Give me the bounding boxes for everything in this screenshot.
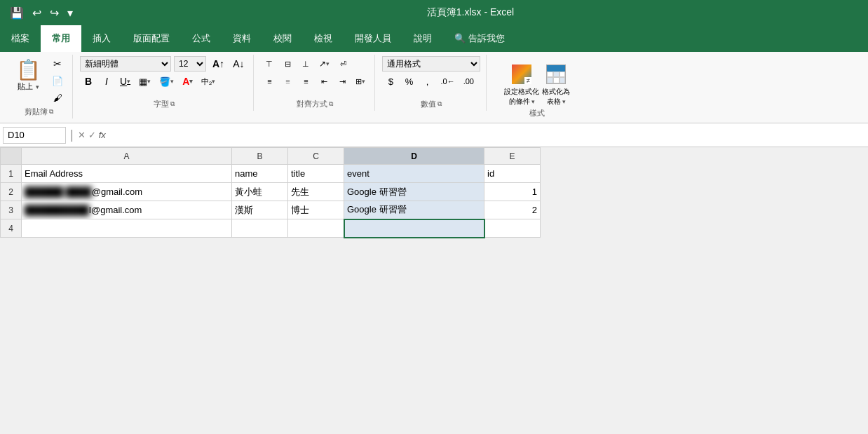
align-left-button[interactable]: ≡: [261, 74, 278, 89]
menu-item-insert[interactable]: 插入: [81, 25, 122, 52]
styles-label: 樣式: [529, 108, 545, 118]
format-as-table-button[interactable]: 格式化為表格 ▾: [542, 62, 570, 107]
cell-b1[interactable]: name: [232, 165, 288, 183]
menu-item-home[interactable]: 常用: [41, 25, 81, 52]
conditional-format-button[interactable]: ≠ 設定格式化的條件 ▾: [504, 62, 539, 107]
cell-a1[interactable]: Email Address: [22, 165, 232, 183]
ribbon-group-font: 新細明體 12 A↑ A↓ B I U ▾ ▦ ▾ 🪣 ▾ A ▾ 中₂ ▾: [74, 55, 254, 111]
fill-color-button[interactable]: 🪣 ▾: [156, 74, 177, 89]
font-expander[interactable]: ⧉: [170, 100, 175, 108]
redo-icon[interactable]: ↪: [47, 5, 62, 21]
percent-button[interactable]: %: [400, 74, 417, 89]
cjk-phonetic-button[interactable]: 中₂ ▾: [198, 74, 219, 89]
formula-cancel-icon[interactable]: ✕: [78, 130, 86, 140]
cell-e3[interactable]: 2: [484, 201, 541, 219]
cell-b3[interactable]: 漢斯: [232, 201, 288, 219]
cell-reference-input[interactable]: [3, 127, 66, 144]
cell-c1[interactable]: title: [288, 165, 344, 183]
menu-item-view[interactable]: 檢視: [303, 25, 344, 52]
row-header-1[interactable]: 1: [1, 165, 22, 183]
align-middle-button[interactable]: ⊟: [279, 56, 296, 72]
underline-button[interactable]: U ▾: [116, 74, 134, 89]
cell-d2[interactable]: Google 研習營: [344, 183, 484, 201]
number-expander[interactable]: ⧉: [438, 100, 442, 108]
cell-b2[interactable]: 黃小蛙: [232, 183, 288, 201]
align-top-button[interactable]: ⊤: [261, 56, 278, 72]
align-right-button[interactable]: ≡: [297, 74, 314, 89]
email-blur-2: ██████ ████: [25, 187, 92, 197]
italic-button[interactable]: I: [98, 74, 115, 89]
cell-c2[interactable]: 先生: [288, 183, 344, 201]
orientation-button[interactable]: ↗ ▾: [316, 56, 333, 72]
border-button[interactable]: ▦ ▾: [135, 74, 154, 89]
cell-e1[interactable]: id: [484, 165, 541, 183]
wrap-text-button[interactable]: ⏎: [334, 56, 351, 72]
alignment-expander[interactable]: ⧉: [329, 100, 333, 108]
font-color-button[interactable]: A ▾: [179, 74, 196, 89]
alignment-label: 對齊方式 ⧉: [297, 99, 333, 109]
align-center-button[interactable]: ≡: [279, 74, 296, 89]
increase-indent-button[interactable]: ⇥: [334, 74, 351, 89]
cell-c3[interactable]: 博士: [288, 201, 344, 219]
cell-c4[interactable]: [288, 219, 344, 238]
row-header-3[interactable]: 3: [1, 201, 22, 219]
font-size-select[interactable]: 12: [174, 56, 206, 72]
menu-item-formula[interactable]: 公式: [181, 25, 222, 52]
row-header-4[interactable]: 4: [1, 219, 22, 238]
col-header-e[interactable]: E: [484, 148, 541, 165]
comma-button[interactable]: ,: [419, 74, 435, 89]
increase-decimal-button[interactable]: .00: [460, 74, 477, 89]
cell-d1[interactable]: event: [344, 165, 484, 183]
cell-d3[interactable]: Google 研習營: [344, 201, 484, 219]
cell-a3[interactable]: ██████████l@gmail.com: [22, 201, 232, 219]
col-header-c[interactable]: C: [288, 148, 344, 165]
decrease-font-button[interactable]: A↓: [229, 56, 247, 72]
copy-button[interactable]: 📄: [48, 73, 67, 88]
menu-item-help[interactable]: 說明: [402, 25, 443, 52]
merge-button[interactable]: ⊞ ▾: [352, 74, 369, 89]
font-name-select[interactable]: 新細明體: [80, 56, 171, 72]
col-header-d[interactable]: D: [344, 148, 484, 165]
spreadsheet: A B C D E 1 Email Address name title eve…: [0, 147, 868, 238]
quick-access-dropdown[interactable]: ▾: [65, 5, 76, 21]
menu-item-developer[interactable]: 開發人員: [344, 25, 402, 52]
currency-button[interactable]: $: [382, 74, 399, 89]
ribbon-group-number: 通用格式 $ % , .0← .00 數值 ⧉: [377, 55, 487, 111]
decrease-decimal-button[interactable]: .0←: [437, 74, 458, 89]
menu-item-file[interactable]: 檔案: [0, 25, 41, 52]
table-row: 2 ██████ ████@gmail.com 黃小蛙 先生 Google 研習…: [1, 183, 541, 201]
increase-font-button[interactable]: A↑: [209, 56, 228, 72]
cell-a2[interactable]: ██████ ████@gmail.com: [22, 183, 232, 201]
row-header-2[interactable]: 2: [1, 183, 22, 201]
email-blur-3: ██████████: [25, 205, 89, 215]
format-painter-button[interactable]: 🖌: [48, 90, 67, 105]
formula-confirm-icon[interactable]: ✓: [88, 130, 96, 140]
cell-e4[interactable]: [484, 219, 541, 238]
cut-button[interactable]: ✂: [48, 56, 67, 72]
bold-button[interactable]: B: [80, 74, 97, 89]
font-label: 字型 ⧉: [154, 99, 175, 109]
clipboard-expander[interactable]: ⧉: [49, 108, 53, 116]
menu-item-tell-me[interactable]: 🔍 告訴我您: [443, 25, 516, 52]
paste-button[interactable]: 📋 貼上 ▾: [11, 56, 46, 105]
decrease-indent-button[interactable]: ⇤: [316, 74, 332, 89]
cell-a4[interactable]: [22, 219, 232, 238]
align-bottom-button[interactable]: ⊥: [297, 56, 314, 72]
clipboard-buttons: 📋 貼上 ▾ ✂ 📄 🖌: [11, 56, 67, 105]
col-header-a[interactable]: A: [22, 148, 232, 165]
cell-e2[interactable]: 1: [484, 183, 541, 201]
formula-bar-divider: |: [69, 128, 75, 142]
number-format-select[interactable]: 通用格式: [382, 56, 480, 72]
col-header-b[interactable]: B: [232, 148, 288, 165]
menu-item-data[interactable]: 資料: [222, 25, 262, 52]
formula-bar: | ✕ ✓ fx: [0, 123, 868, 147]
menu-item-layout[interactable]: 版面配置: [122, 25, 181, 52]
save-icon[interactable]: 💾: [7, 5, 27, 21]
cell-b4[interactable]: [232, 219, 288, 238]
cell-d4[interactable]: [344, 219, 484, 238]
fx-icon[interactable]: fx: [99, 130, 106, 140]
formula-input[interactable]: [109, 127, 865, 144]
menu-item-review[interactable]: 校閱: [262, 25, 303, 52]
undo-icon[interactable]: ↩: [29, 5, 44, 21]
sheet-scroll[interactable]: A B C D E 1 Email Address name title eve…: [0, 147, 868, 238]
